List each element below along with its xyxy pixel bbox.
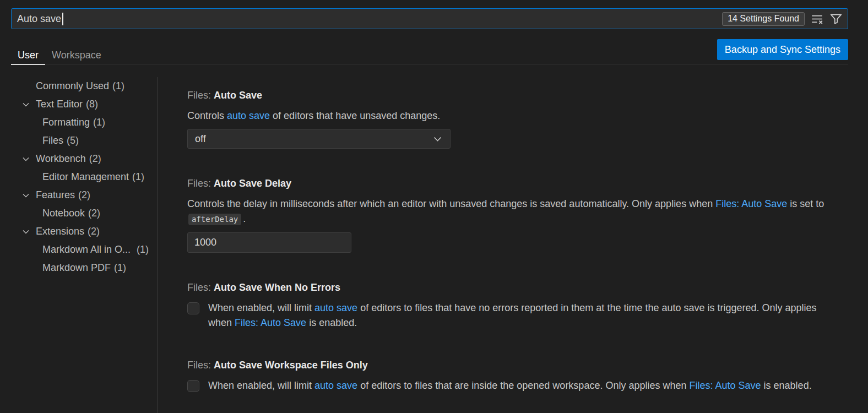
setting-description: Controls auto save of editors that have …: [187, 108, 835, 123]
chevron-down-icon[interactable]: [21, 227, 30, 236]
setting-title: Files:Auto Save Delay: [187, 177, 835, 189]
toc-item-workbench[interactable]: Workbench(2): [0, 150, 157, 168]
setting-description: When enabled, will limit auto save of ed…: [208, 301, 835, 330]
setting-link[interactable]: Files: Auto Save: [235, 317, 306, 328]
code-chip: afterDelay: [188, 214, 241, 225]
setting-title: Files:Auto Save When No Errors: [187, 281, 835, 294]
backup-sync-settings-button[interactable]: Backup and Sync Settings: [717, 39, 848, 60]
files-auto-save-dropdown[interactable]: off: [187, 129, 451, 149]
toc-item-files[interactable]: Files(5): [0, 132, 157, 150]
setting-description: Controls the delay in milliseconds after…: [187, 197, 835, 227]
toc-item-commonly-used[interactable]: Commonly Used(1): [0, 77, 157, 95]
files-auto-save-when-no-errors-checkbox[interactable]: [187, 302, 199, 314]
tab-workspace[interactable]: Workspace: [45, 42, 108, 64]
settings-search-input[interactable]: Auto save 14 Settings Found: [11, 8, 848, 29]
toc-item-notebook[interactable]: Notebook(2): [0, 204, 157, 222]
checkbox-row: When enabled, will limit auto save of ed…: [187, 378, 835, 393]
files-auto-save-delay-input[interactable]: [187, 232, 351, 253]
setting-files-auto-save-delay: Files:Auto Save Delay Controls the delay…: [187, 177, 835, 253]
toc-item-text-editor[interactable]: Text Editor(8): [0, 95, 157, 113]
chevron-down-icon: [432, 134, 443, 144]
text-cursor: [62, 13, 63, 25]
setting-title: Files:Auto Save Workspace Files Only: [187, 359, 835, 371]
filter-icon[interactable]: [829, 12, 843, 25]
settings-count-badge: 14 Settings Found: [722, 12, 805, 26]
toc-item-extensions[interactable]: Extensions(2): [0, 222, 157, 241]
settings-list: Files:Auto Save Controls auto save of ed…: [187, 89, 835, 413]
files-auto-save-workspace-files-only-checkbox[interactable]: [187, 380, 199, 392]
chevron-down-icon[interactable]: [21, 155, 30, 164]
checkbox-row: When enabled, will limit auto save of ed…: [187, 301, 835, 330]
setting-files-auto-save-workspace-files-only: Files:Auto Save Workspace Files Only Whe…: [187, 359, 835, 393]
clear-search-results-icon[interactable]: [811, 13, 823, 25]
setting-description: When enabled, will limit auto save of ed…: [208, 378, 812, 393]
toc-item-markdown-pdf[interactable]: Markdown PDF(1): [0, 259, 157, 277]
search-actions: 14 Settings Found: [722, 12, 843, 26]
chevron-down-icon[interactable]: [21, 191, 30, 200]
chevron-down-icon[interactable]: [21, 100, 30, 109]
toc-item-editor-management[interactable]: Editor Management(1): [0, 168, 157, 186]
search-input-value: Auto save: [17, 13, 61, 25]
setting-files-auto-save-when-no-errors: Files:Auto Save When No Errors When enab…: [187, 281, 835, 330]
setting-link[interactable]: Files: Auto Save: [715, 198, 787, 209]
setting-link[interactable]: auto save: [227, 110, 270, 121]
setting-link[interactable]: auto save: [314, 302, 357, 313]
toc-item-formatting[interactable]: Formatting(1): [0, 113, 157, 132]
toc-item-markdown-all-in-one[interactable]: Markdown All in O...(1): [0, 241, 157, 259]
setting-link[interactable]: Files: Auto Save: [690, 380, 761, 391]
setting-files-auto-save: Files:Auto Save Controls auto save of ed…: [187, 89, 835, 149]
setting-link[interactable]: auto save: [314, 380, 357, 391]
tab-user[interactable]: User: [11, 42, 45, 64]
toc-divider: [157, 77, 158, 413]
settings-toc: Commonly Used(1) Text Editor(8) Formatti…: [0, 77, 157, 277]
setting-title: Files:Auto Save: [187, 89, 835, 101]
toc-item-features[interactable]: Features(2): [0, 186, 157, 204]
